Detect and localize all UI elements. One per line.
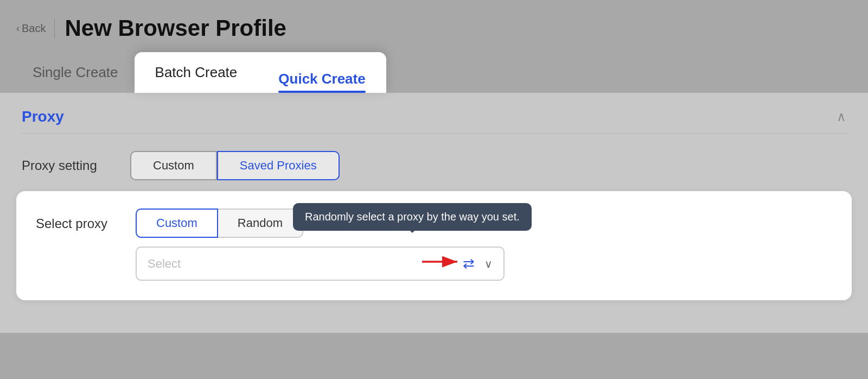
random-tooltip: Randomly select a proxy by the way you s…: [293, 203, 532, 231]
select-proxy-custom-button[interactable]: Custom: [136, 209, 218, 238]
proxy-setting-label: Proxy setting: [22, 158, 119, 173]
proxy-saved-proxies-button[interactable]: Saved Proxies: [217, 151, 340, 180]
header: ‹ Back New Browser Profile: [0, 0, 868, 52]
page-background: ‹ Back New Browser Profile Single Create…: [0, 0, 868, 379]
select-proxy-dropdown[interactable]: Select ⇄: [136, 247, 505, 281]
back-button[interactable]: ‹ Back: [16, 22, 46, 35]
proxy-custom-button[interactable]: Custom: [130, 151, 217, 180]
page-title: New Browser Profile: [65, 15, 286, 41]
proxy-setting-row: Proxy setting Custom Saved Proxies: [0, 134, 868, 191]
back-chevron-icon: ‹: [16, 23, 20, 34]
select-proxy-row: Select proxy Custom Random Randomly sele…: [36, 209, 832, 281]
tabs-row: Single Create Batch Create Quick Create: [0, 52, 868, 93]
select-proxy-controls: Custom Random Randomly select a proxy by…: [136, 209, 832, 281]
main-content: Proxy ∧ Proxy setting Custom Saved Proxi…: [0, 93, 868, 333]
proxy-section-header: Proxy ∧: [22, 108, 846, 134]
select-placeholder: Select: [148, 257, 463, 271]
header-divider: [54, 18, 55, 38]
proxy-setting-btn-group: Custom Saved Proxies: [130, 151, 340, 180]
proxy-section: Proxy ∧: [0, 93, 868, 134]
select-proxy-card: Select proxy Custom Random Randomly sele…: [16, 191, 852, 300]
select-proxy-label: Select proxy: [36, 209, 123, 231]
tab-single-create[interactable]: Single Create: [16, 54, 135, 93]
proxy-section-label: Proxy: [22, 108, 64, 125]
select-proxy-random-button[interactable]: Random: [218, 209, 303, 238]
tab-card: Batch Create Quick Create: [135, 52, 386, 93]
select-icons: ⇄ ∨: [463, 255, 493, 272]
back-label: Back: [22, 22, 46, 35]
tab-batch-create[interactable]: Batch Create: [135, 52, 258, 93]
proxy-collapse-icon[interactable]: ∧: [837, 109, 846, 124]
red-arrow-indicator: [422, 252, 465, 271]
tab-quick-create[interactable]: Quick Create: [258, 59, 386, 93]
chevron-down-icon[interactable]: ∨: [484, 257, 493, 270]
select-proxy-btn-group: Custom Random: [136, 209, 303, 238]
